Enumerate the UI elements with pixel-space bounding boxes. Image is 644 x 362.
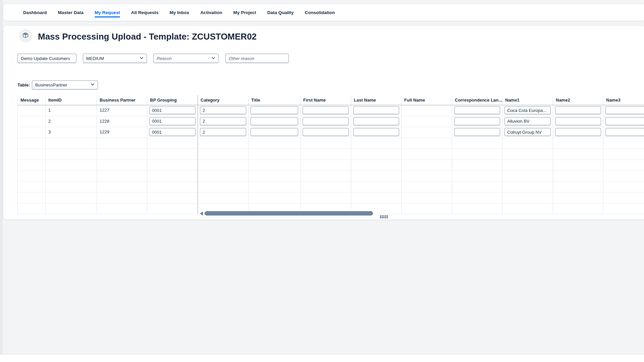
cell-name3: [603, 127, 644, 138]
item-id-value: 3: [46, 127, 97, 137]
cell-message: [18, 171, 46, 181]
chevron-down-icon: [211, 56, 215, 61]
last-name-input[interactable]: [353, 117, 399, 125]
cell-name1: [502, 149, 553, 160]
cell-item-id: [46, 171, 97, 181]
column-header-last-name: Last Name: [351, 95, 401, 105]
table-select-label: Table:: [17, 82, 30, 87]
cell-name2: [553, 127, 603, 138]
cell-name3: [603, 149, 644, 160]
column-header-business-partner: Business Partner: [97, 95, 147, 105]
table-row: 11227: [18, 105, 644, 116]
cell-item-id: 2: [46, 116, 97, 127]
cell-name3: [603, 171, 644, 181]
cell-business-partner: [97, 203, 147, 214]
tab-data-quality[interactable]: Data Quality: [267, 4, 294, 21]
table-row: [18, 138, 644, 149]
title-input[interactable]: [251, 106, 298, 114]
last-name-input[interactable]: [353, 128, 399, 136]
bp-grouping-input[interactable]: [149, 117, 196, 125]
category-input[interactable]: [200, 117, 246, 125]
cell-first-name: [301, 116, 351, 127]
cell-item-id: [46, 203, 97, 214]
first-name-input[interactable]: [303, 117, 349, 125]
column-header-name1: Name1: [502, 95, 553, 105]
bp-grouping-input[interactable]: [149, 128, 196, 136]
tab-my-inbox[interactable]: My Inbox: [170, 4, 190, 21]
scroll-left-arrow-icon[interactable]: [200, 212, 203, 216]
column-header-item-id: ItemID: [46, 95, 97, 105]
tab-consolidation[interactable]: Consolidation: [305, 4, 335, 21]
cell-correspondence-language: [452, 105, 502, 116]
tab-my-request[interactable]: My Request: [95, 4, 120, 21]
cell-category: [198, 105, 249, 116]
reason-select[interactable]: Reason: [153, 54, 219, 63]
cell-last-name: [351, 149, 401, 160]
name2-input[interactable]: [555, 117, 601, 125]
cell-title: [249, 138, 301, 149]
table-select[interactable]: BusinessPartner: [32, 80, 98, 89]
table-row: [18, 192, 644, 203]
cell-name2: [553, 105, 603, 116]
cell-item-id: [46, 192, 97, 203]
cell-business-partner: [97, 192, 147, 203]
business-partner-value: 1229: [97, 127, 147, 137]
drag-grip-icon[interactable]: [380, 216, 388, 218]
cell-bp-grouping: [147, 138, 198, 149]
cell-name1: [502, 138, 553, 149]
cell-first-name: [301, 149, 351, 160]
last-name-input[interactable]: [353, 106, 399, 114]
name3-input[interactable]: [605, 128, 644, 136]
tab-activation[interactable]: Activation: [200, 4, 222, 21]
item-id-value: 2: [46, 116, 97, 126]
horizontal-scrollbar-thumb[interactable]: [205, 211, 373, 216]
tab-master-data[interactable]: Master Data: [58, 4, 84, 21]
correspondence-language-input[interactable]: [454, 106, 500, 114]
name2-input[interactable]: [555, 106, 601, 114]
tab-all-requests[interactable]: All Requests: [131, 4, 159, 21]
cell-correspondence-language: [452, 203, 502, 214]
name3-input[interactable]: [605, 117, 644, 125]
name1-input[interactable]: [504, 106, 551, 114]
cell-message: [18, 105, 46, 116]
page-title: Mass Processing Upload - Template: ZCUST…: [38, 32, 257, 42]
cell-category: [198, 171, 249, 181]
bottom-bar: [0, 354, 644, 362]
first-name-input[interactable]: [303, 128, 349, 136]
tab-my-project[interactable]: My Project: [233, 4, 256, 21]
priority-select[interactable]: MEDIUM: [83, 54, 147, 63]
cell-bp-grouping: [147, 171, 198, 181]
cell-name2: [553, 138, 603, 149]
tab-dashboard[interactable]: Dashboard: [23, 4, 47, 21]
cell-message: [18, 127, 46, 138]
category-input[interactable]: [200, 106, 246, 114]
item-id-value: 1: [46, 105, 97, 115]
name1-input[interactable]: [504, 128, 551, 136]
name3-input[interactable]: [605, 106, 644, 114]
correspondence-language-input[interactable]: [454, 117, 500, 125]
reason-select-placeholder: Reason: [157, 56, 172, 61]
bp-grouping-input[interactable]: [149, 106, 196, 114]
title-input[interactable]: [251, 128, 298, 136]
category-input[interactable]: [200, 128, 246, 136]
cell-item-id: [46, 138, 97, 149]
correspondence-language-input[interactable]: [454, 128, 500, 136]
cell-message: [18, 192, 46, 203]
title-input[interactable]: [251, 117, 298, 125]
cell-category: [198, 138, 249, 149]
other-reason-input[interactable]: [225, 54, 289, 63]
cell-category: [198, 182, 249, 192]
cell-name2: [553, 160, 603, 171]
cell-full-name: [401, 182, 452, 192]
cell-full-name: [401, 192, 452, 203]
name1-input[interactable]: [504, 117, 551, 125]
first-name-input[interactable]: [303, 106, 349, 114]
cell-name2: [553, 192, 603, 203]
name2-input[interactable]: [555, 128, 601, 136]
cell-name1: [502, 171, 553, 181]
cell-name3: [603, 138, 644, 149]
cell-first-name: [301, 171, 351, 181]
cell-business-partner: 1229: [97, 127, 147, 138]
description-input[interactable]: [17, 54, 76, 63]
cell-last-name: [351, 182, 401, 192]
